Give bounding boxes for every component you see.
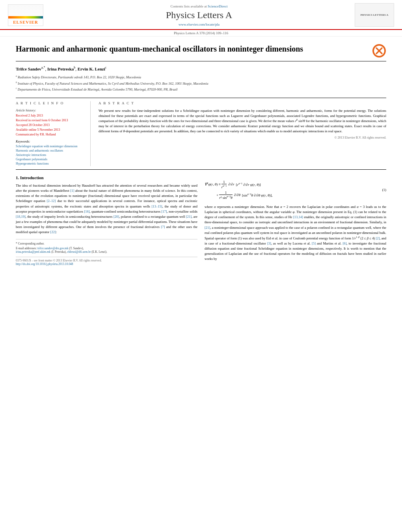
journal-cover-thumbnail: PHYSICS LETTERS A	[355, 3, 394, 27]
communicated-by: Communicated by P.R. Holland	[16, 133, 86, 136]
author-2: Irina Petreskab,	[47, 67, 78, 71]
ref-5-link[interactable]: [5]	[312, 241, 316, 245]
elsevier-logo: ELSEVIER	[8, 4, 43, 26]
keyword-3: Anisotropic interactions	[16, 153, 86, 157]
copyright-notice: © 2013 Elsevier B.V. All rights reserved…	[99, 136, 386, 139]
article-info-left: A R T I C L E I N F O Article history: R…	[16, 101, 91, 166]
ref-21-link[interactable]: [21]	[186, 215, 192, 219]
ref-13-15-link[interactable]: [13–15]	[152, 204, 162, 208]
article-title-section: Harmonic and anharmonic quantum-mechanic…	[16, 44, 386, 61]
keyword-1: Schrödinger equation with noninteger dim…	[16, 145, 86, 148]
accepted-date: Accepted 28 October 2013	[16, 123, 86, 127]
crossmark-logo	[372, 44, 386, 58]
author-1: Trifce Sandeva,*,	[16, 67, 47, 71]
main-content: Harmonic and anharmonic quantum-mechanic…	[0, 37, 402, 273]
equation-1-block: ∇2ψ(r, θ) ≡ 1 rα−1 ∂/∂r [rα−1 ∂/∂r ψ(r, …	[205, 178, 386, 201]
ref-16-link[interactable]: [16]	[84, 209, 89, 213]
section1-title: 1. Introduction	[16, 175, 197, 180]
ref-7-link[interactable]: [7]	[161, 225, 165, 229]
keywords-title: Keywords:	[16, 139, 86, 143]
ref-18-19-link[interactable]: [18,19]	[16, 215, 26, 219]
journal-header: ELSEVIER Contents lists available at Sci…	[0, 0, 402, 30]
affiliation-c: c Departamento de Física, Universidade E…	[16, 87, 386, 92]
author-3: Ervin K. Lenzic	[78, 67, 107, 71]
left-column: 1. Introduction The idea of fractional d…	[16, 175, 197, 266]
ref-2-12-link[interactable]: [2–12]	[47, 199, 56, 203]
issn-line: 0375-9601/$ – see front matter © 2013 El…	[16, 259, 197, 262]
email-sandev[interactable]: trifce.sandev@drs.gov.mk	[37, 247, 69, 250]
right-column: ∇2ψ(r, θ) ≡ 1 rα−1 ∂/∂r [rα−1 ∂/∂r ψ(r, …	[205, 175, 386, 266]
abstract-section: A B S T R A C T We present new results f…	[99, 101, 386, 166]
ref-3-link[interactable]: [3]	[267, 241, 271, 245]
affiliation-b: b Institute of Physics, Faculty of Natur…	[16, 81, 386, 86]
logo-stripe	[8, 16, 43, 19]
ref-2b-link[interactable]: [2]	[376, 236, 380, 240]
email-petreska[interactable]: irina.petreska@pmf.ukim.mk	[16, 250, 50, 254]
section1-para1: The idea of fractional dimension introdu…	[16, 183, 197, 235]
affiliations: a Radiation Safety Directorate, Partizan…	[16, 74, 386, 92]
footnote-corresponding: * Corresponding author.	[16, 242, 197, 245]
doi-link[interactable]: http://dx.doi.org/10.1016/j.physleta.201…	[16, 262, 73, 266]
sciencedirect-link[interactable]: ScienceDirect	[208, 4, 227, 8]
ref-13-14-link[interactable]: [13,14]	[293, 215, 303, 219]
equation-1-content: ∇2ψ(r, θ) ≡ 1 rα−1 ∂/∂r [rα−1 ∂/∂r ψ(r, …	[205, 180, 378, 200]
ref-1-link[interactable]: [1]	[70, 189, 74, 193]
footnote-emails: E-mail addresses: trifce.sandev@drs.gov.…	[16, 247, 197, 254]
footer-bottom: 0375-9601/$ – see front matter © 2013 El…	[16, 257, 197, 266]
journal-meta: Physics Letters A 378 (2014) 109–116	[0, 30, 402, 37]
page: ELSEVIER Contents lists available at Sci…	[0, 0, 402, 532]
doi-line: http://dx.doi.org/10.1016/j.physleta.201…	[16, 262, 197, 266]
ref-21b-link[interactable]: [21]	[205, 226, 210, 230]
cover-label: PHYSICS LETTERS A	[361, 13, 389, 17]
history-title: Article history:	[16, 108, 86, 112]
equation-1-number: (1)	[382, 188, 387, 192]
article-info-title: A R T I C L E I N F O	[16, 101, 86, 105]
keyword-5: Hypergeometric functions	[16, 162, 86, 165]
keyword-4: Gegenbauer polynomials	[16, 158, 86, 161]
header-center: Contents lists available at ScienceDirec…	[43, 4, 355, 26]
available-date: Available online 5 November 2013	[16, 128, 86, 132]
footer-notes: * Corresponding author. E-mail addresses…	[16, 239, 197, 254]
journal-name: Physics Letters A	[51, 10, 347, 20]
ref-22-link[interactable]: [22]	[50, 230, 56, 234]
body-content: 1. Introduction The idea of fractional d…	[16, 175, 386, 266]
article-title: Harmonic and anharmonic quantum-mechanic…	[16, 44, 368, 54]
authors-line: Trifce Sandeva,*, Irina Petreskab, Ervin…	[16, 65, 386, 72]
article-info-section: A R T I C L E I N F O Article history: R…	[16, 98, 386, 170]
affiliation-a: a Radiation Safety Directorate, Partizan…	[16, 74, 386, 80]
right-para-1: where α represents a noninteger dimensio…	[205, 204, 386, 262]
abstract-title: A B S T R A C T	[99, 101, 386, 105]
ref-6-link[interactable]: [6]	[342, 241, 346, 245]
keyword-2: Harmonic and anharmonic oscillators	[16, 149, 86, 152]
abstract-text: We present new results for time-independ…	[99, 108, 386, 134]
journal-url[interactable]: www.elsevier.com/locate/pla	[179, 22, 220, 26]
received-date: Received 2 July 2013	[16, 114, 86, 117]
contents-line: Contents lists available at ScienceDirec…	[171, 4, 228, 8]
email-lenzi[interactable]: eldenzi@dfi.uem.br	[67, 250, 91, 254]
ref-20-link[interactable]: [20]	[114, 215, 119, 219]
revised-date: Received in revised form 6 October 2013	[16, 119, 86, 122]
elsevier-wordmark: ELSEVIER	[13, 20, 38, 24]
ref-17-link[interactable]: [17]	[161, 209, 167, 213]
